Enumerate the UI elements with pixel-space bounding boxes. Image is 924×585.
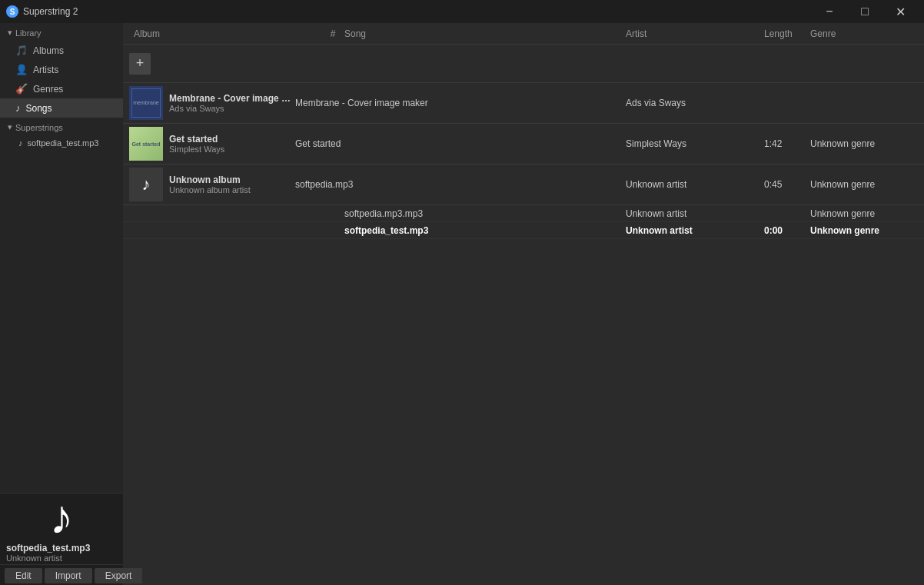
sidebar-item-artists[interactable]: 👤 Artists xyxy=(0,60,123,79)
add-row: + xyxy=(123,45,924,83)
sidebar-item-songs-label: Songs xyxy=(26,103,52,114)
album-name-unknown: Unknown album xyxy=(169,175,292,185)
superstrings-label: Superstrings xyxy=(15,123,63,132)
getstarted-song: Get started xyxy=(292,138,626,149)
track-row-softpedia-test[interactable]: softpedia_test.mp3 Unknown artist 0:00 U… xyxy=(123,222,924,239)
sidebar-item-artists-label: Artists xyxy=(33,65,58,75)
album-cover-getstarted: Get started xyxy=(129,127,163,161)
main-container: ▾ Library 🎵 Albums 👤 Artists 🎸 Genres ♪ … xyxy=(0,23,924,585)
app-icon: S xyxy=(6,5,18,18)
album-artist-getstarted: Simplest Ways xyxy=(169,145,292,154)
track-song-2: softpedia.mp3.mp3 xyxy=(344,208,626,219)
track-length-3: 0:00 xyxy=(764,225,810,236)
artists-icon: 👤 xyxy=(15,64,28,75)
track-genre-2: Unknown genre xyxy=(810,208,918,219)
music-note-large-icon: ♪ xyxy=(50,494,74,541)
col-song: Song xyxy=(344,28,626,39)
album-cover-membrane: membrane xyxy=(129,86,163,120)
chevron-down-icon: ▾ xyxy=(8,28,12,38)
col-album: Album xyxy=(129,28,321,39)
album-group-getstarted: Get started Get started Simplest Ways Ge… xyxy=(123,124,924,165)
sidebar-file-softpedia-label: softpedia_test.mp3 xyxy=(28,138,99,148)
getstarted-song-artist: Simplest Ways xyxy=(626,138,764,149)
unknown-song-1-genre: Unknown genre xyxy=(810,179,918,190)
album-group-membrane: membrane Membrane - Cover image m... Ads… xyxy=(123,83,924,124)
add-album-button[interactable]: + xyxy=(129,53,151,75)
titlebar-controls: − □ ✕ xyxy=(812,0,918,23)
track-song-3: softpedia_test.mp3 xyxy=(344,225,626,236)
col-length: Length xyxy=(764,28,810,39)
album-info-membrane: Membrane - Cover image m... Ads via Sway… xyxy=(169,93,292,113)
table-header: Album # Song Artist Length Genre xyxy=(123,23,924,45)
album-header-unknown[interactable]: ♪ Unknown album Unknown album artist sof… xyxy=(123,165,924,205)
edit-button[interactable]: Edit xyxy=(5,568,42,583)
col-artist: Artist xyxy=(626,28,764,39)
export-button[interactable]: Export xyxy=(95,568,143,583)
close-button[interactable]: ✕ xyxy=(882,0,918,23)
titlebar-left: S Superstring 2 xyxy=(6,5,78,18)
sidebar-item-genres-label: Genres xyxy=(33,84,63,95)
library-label: Library xyxy=(15,28,42,38)
maximize-button[interactable]: □ xyxy=(847,0,882,23)
album-header-membrane[interactable]: membrane Membrane - Cover image m... Ads… xyxy=(123,83,924,124)
track-genre-3: Unknown genre xyxy=(810,225,918,236)
unknown-song-1: softpedia.mp3 xyxy=(292,179,626,190)
now-playing-info: softpedia_test.mp3 Unknown artist xyxy=(0,541,123,564)
sidebar-item-genres[interactable]: 🎸 Genres xyxy=(0,79,123,98)
sidebar-file-softpedia[interactable]: ♪ softpedia_test.mp3 xyxy=(0,135,123,151)
track-row-softpedia-mp3-mp3[interactable]: softpedia.mp3.mp3 Unknown artist Unknown… xyxy=(123,205,924,222)
album-header-getstarted[interactable]: Get started Get started Simplest Ways Ge… xyxy=(123,124,924,165)
sidebar-item-songs[interactable]: ♪ Songs xyxy=(0,98,123,118)
album-info-unknown: Unknown album Unknown album artist xyxy=(169,175,292,194)
now-playing-title: softpedia_test.mp3 xyxy=(6,543,117,553)
sidebar-item-albums[interactable]: 🎵 Albums xyxy=(0,41,123,60)
music-file-icon: ♪ xyxy=(18,138,23,148)
superstrings-section-header[interactable]: ▾ Superstrings xyxy=(0,118,123,135)
col-genre: Genre xyxy=(810,28,918,39)
sidebar-item-albums-label: Albums xyxy=(33,45,64,56)
track-artist-2: Unknown artist xyxy=(626,208,764,219)
albums-icon: 🎵 xyxy=(15,45,28,56)
unknown-song-1-artist: Unknown artist xyxy=(626,179,764,190)
album-name-membrane: Membrane - Cover image m... xyxy=(169,93,292,104)
getstarted-song-genre: Unknown genre xyxy=(810,138,918,149)
album-artist-unknown: Unknown album artist xyxy=(169,185,292,194)
getstarted-song-length: 1:42 xyxy=(764,138,810,149)
track-artist-3: Unknown artist xyxy=(626,225,764,236)
now-playing-artist: Unknown artist xyxy=(6,553,117,563)
scroll-area[interactable]: + membrane Membrane - Cover image m... A… xyxy=(123,45,924,585)
import-button[interactable]: Import xyxy=(45,568,92,583)
content: Album # Song Artist Length Genre + membr… xyxy=(123,23,924,585)
library-section-header[interactable]: ▾ Library xyxy=(0,23,123,41)
note-icon: ♪ xyxy=(142,175,151,194)
col-num: # xyxy=(321,28,344,39)
album-cover-unknown: ♪ xyxy=(129,168,163,201)
genres-icon: 🎸 xyxy=(15,83,28,95)
album-name-getstarted: Get started xyxy=(169,134,292,145)
membrane-song-artist: Ads via Sways xyxy=(626,98,764,108)
chevron-down-icon-2: ▾ xyxy=(8,122,12,132)
songs-icon: ♪ xyxy=(15,102,21,114)
album-artist-membrane: Ads via Sways xyxy=(169,104,292,113)
minimize-button[interactable]: − xyxy=(812,0,847,23)
membrane-song: Membrane - Cover image maker xyxy=(292,98,626,108)
album-group-unknown: ♪ Unknown album Unknown album artist sof… xyxy=(123,165,924,239)
album-info-getstarted: Get started Simplest Ways xyxy=(169,134,292,154)
bottom-panel: ♪ softpedia_test.mp3 Unknown artist Edit… xyxy=(0,493,123,585)
unknown-song-1-length: 0:45 xyxy=(764,179,810,190)
titlebar: S Superstring 2 − □ ✕ xyxy=(0,0,924,23)
now-playing-visual: ♪ xyxy=(0,494,123,541)
app-title: Superstring 2 xyxy=(23,6,78,17)
bottom-action-buttons: Edit Import Export xyxy=(0,564,123,585)
